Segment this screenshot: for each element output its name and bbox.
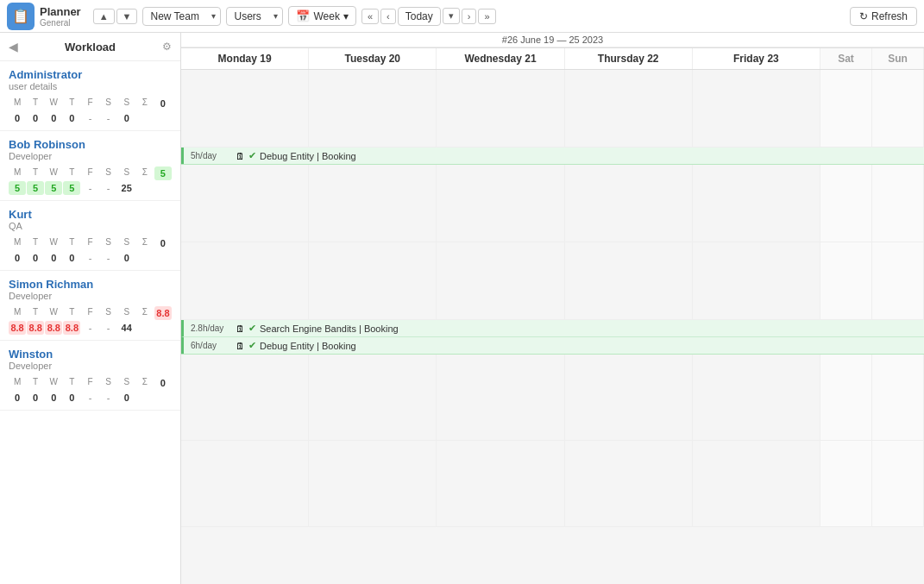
cal-cell-2-4[interactable] — [693, 242, 820, 319]
sidebar-user-1: Bob RobinsonDeveloperMTWTFSSΣ55555--25 — [0, 131, 180, 201]
cal-cell-0-2[interactable] — [437, 70, 564, 147]
cal-cell-1-3[interactable] — [565, 165, 693, 242]
hours-day-header: T — [63, 306, 80, 320]
hours-day-header: T — [27, 376, 44, 390]
cal-cell-4-0[interactable] — [181, 441, 309, 526]
hours-day-header: M — [9, 166, 26, 180]
event-hours: 5h/day — [191, 151, 232, 160]
spanning-events-3: 2.8h/day🗓✔Search Engine Bandits | Bookin… — [181, 320, 924, 355]
cal-cell-4-2[interactable] — [437, 441, 564, 526]
cal-cell-1-2[interactable] — [437, 165, 564, 242]
nav-today-dropdown[interactable]: ▾ — [443, 8, 460, 24]
cal-cell-2-1[interactable] — [309, 242, 437, 319]
cal-day-header-4: Friday 23 — [693, 48, 820, 69]
cal-cell-2-6[interactable] — [872, 242, 924, 319]
user-name-0[interactable]: Administrator — [9, 68, 172, 81]
hours-value: - — [81, 321, 98, 335]
hours-day-header: S — [118, 236, 135, 250]
cal-cell-1-0[interactable] — [181, 165, 309, 242]
week-view-button[interactable]: 📅 Week ▾ — [288, 6, 355, 26]
hours-value: - — [100, 181, 117, 195]
app-nav-up[interactable]: ▲ — [93, 9, 115, 24]
event-text: Debug Entity | Booking — [260, 341, 356, 351]
cal-cell-1-5[interactable] — [820, 165, 872, 242]
user-role-4: Developer — [9, 361, 172, 371]
hours-value: 8.8 — [154, 306, 172, 320]
event-calendar-icon: 🗓 — [236, 341, 245, 351]
event-bar-1-0[interactable]: 5h/day🗓✔Debug Entity | Booking — [181, 148, 924, 164]
sidebar-user-2: KurtQAMTWTFSSΣ00000--0 — [0, 201, 180, 271]
user-name-2[interactable]: Kurt — [9, 208, 172, 221]
cal-cell-3-5[interactable] — [820, 355, 872, 440]
cal-cell-0-1[interactable] — [309, 70, 437, 147]
today-button[interactable]: Today — [398, 7, 441, 26]
cal-cell-1-6[interactable] — [872, 165, 924, 242]
nav-last-button[interactable]: » — [478, 9, 495, 24]
hours-value: 0 — [118, 111, 135, 125]
hours-value: - — [100, 111, 117, 125]
sidebar-user-0: Administratoruser detailsMTWTFSSΣ00000--… — [0, 61, 180, 131]
nav-first-button[interactable]: « — [361, 9, 379, 24]
hours-value: 25 — [118, 181, 135, 195]
cal-cell-0-6[interactable] — [872, 70, 924, 147]
cal-cell-3-3[interactable] — [565, 355, 693, 440]
cal-cell-2-3[interactable] — [565, 242, 693, 319]
hours-value: 0 — [9, 251, 26, 265]
cal-cell-3-2[interactable] — [437, 355, 564, 440]
hours-day-header: S — [100, 166, 117, 180]
event-hours: 6h/day — [191, 341, 232, 350]
hours-value: 0 — [154, 236, 172, 250]
cal-cell-2-0[interactable] — [181, 242, 309, 319]
cal-cell-4-3[interactable] — [565, 441, 693, 526]
sidebar-expand-icon[interactable]: ◀ — [9, 40, 18, 53]
cal-cell-4-5[interactable] — [820, 441, 872, 526]
cal-cell-1-1[interactable] — [309, 165, 437, 242]
app-nav-down[interactable]: ▼ — [116, 9, 138, 24]
calendar-user-section-0 — [181, 70, 924, 148]
hours-day-header: S — [118, 166, 135, 180]
cal-cell-3-0[interactable] — [181, 355, 309, 440]
gear-icon[interactable]: ⚙ — [162, 41, 172, 53]
hours-grid-2: MTWTFSSΣ00000--0 — [9, 236, 172, 265]
cal-cell-2-2[interactable] — [437, 242, 564, 319]
cal-cell-0-3[interactable] — [565, 70, 693, 147]
sidebar-header: ◀ Workload ⚙ — [0, 33, 180, 61]
cal-cell-1-4[interactable] — [693, 165, 820, 242]
hours-day-header: T — [27, 306, 44, 320]
users-select-wrapper: Users — [226, 7, 283, 26]
cal-cell-4-6[interactable] — [872, 441, 924, 526]
sidebar-users: Administratoruser detailsMTWTFSSΣ00000--… — [0, 61, 180, 411]
hours-value: 5 — [9, 181, 26, 195]
hours-value: 0 — [9, 111, 26, 125]
hours-day-header: Σ — [136, 376, 154, 390]
user-name-1[interactable]: Bob Robinson — [9, 138, 172, 151]
cal-cell-4-1[interactable] — [309, 441, 437, 526]
hours-day-header: M — [9, 376, 26, 390]
cal-cell-4-4[interactable] — [693, 441, 820, 526]
event-bar-3-0[interactable]: 2.8h/day🗓✔Search Engine Bandits | Bookin… — [181, 320, 924, 336]
cal-cell-0-4[interactable] — [693, 70, 820, 147]
user-name-4[interactable]: Winston — [9, 348, 172, 361]
hours-day-header: S — [100, 306, 117, 320]
hours-grid-3: MTWTFSSΣ8.88.88.88.88.8--44 — [9, 306, 172, 335]
nav-next-button[interactable]: › — [462, 9, 477, 24]
hours-value: 5 — [45, 181, 62, 195]
hours-day-header: S — [118, 97, 135, 110]
refresh-button[interactable]: ↻ Refresh — [850, 7, 917, 26]
hours-day-header: T — [63, 236, 80, 250]
hours-value: 0 — [63, 391, 80, 405]
cal-cell-0-5[interactable] — [820, 70, 872, 147]
cal-cell-0-0[interactable] — [181, 70, 309, 147]
users-select[interactable]: Users — [226, 7, 283, 26]
hours-value: 5 — [154, 166, 172, 180]
hours-day-header: F — [81, 306, 98, 320]
team-select[interactable]: New Team — [142, 7, 221, 26]
cal-cell-3-1[interactable] — [309, 355, 437, 440]
cal-cell-2-5[interactable] — [820, 242, 872, 319]
event-bar-3-1[interactable]: 6h/day🗓✔Debug Entity | Booking — [181, 336, 924, 354]
cal-cell-3-4[interactable] — [693, 355, 820, 440]
hours-value: 8.8 — [63, 321, 80, 335]
cal-cell-3-6[interactable] — [872, 355, 924, 440]
user-name-3[interactable]: Simon Richman — [9, 278, 172, 291]
nav-prev-button[interactable]: ‹ — [380, 9, 396, 24]
